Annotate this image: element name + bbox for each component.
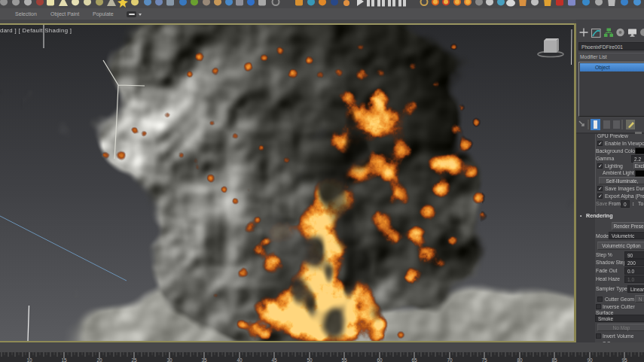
svg-text:65: 65 [411,357,417,362]
svg-text:35: 35 [201,357,207,362]
svg-text:55: 55 [341,357,347,362]
svg-text:85: 85 [551,357,557,362]
svg-text:15: 15 [61,357,67,362]
svg-text:80: 80 [517,357,523,362]
svg-text:45: 45 [271,357,277,362]
svg-text:60: 60 [377,357,383,362]
svg-text:90: 90 [587,357,593,362]
svg-text:dard ] [ Default Shading ]: dard ] [ Default Shading ] [0,27,72,34]
svg-text:30: 30 [166,357,172,362]
svg-text:50: 50 [307,357,313,362]
svg-text:40: 40 [237,357,243,362]
svg-text:95: 95 [621,357,627,362]
svg-text:10: 10 [26,357,32,362]
svg-text:70: 70 [447,357,453,362]
svg-text:75: 75 [481,357,487,362]
svg-text:25: 25 [131,357,137,362]
svg-text:20: 20 [96,357,102,362]
